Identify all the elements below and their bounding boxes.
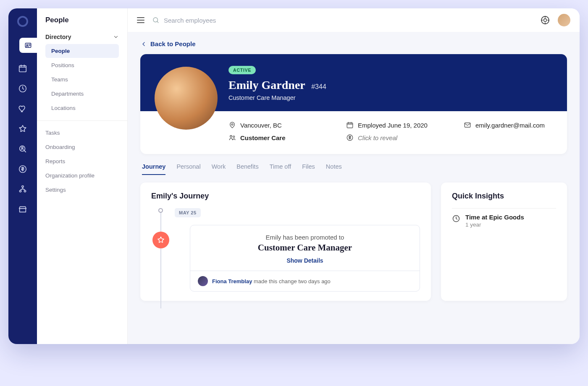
search-icon: [152, 16, 160, 24]
rail-calendar-icon[interactable]: [18, 64, 27, 73]
main-area: Back to People ACTIVE Emily Gardner #344…: [128, 8, 580, 344]
employee-role: Customer Care Manager: [228, 94, 553, 101]
promotion-line1: Emily has been promoted to: [200, 234, 410, 241]
insight-value: 1 year: [465, 222, 524, 228]
promotion-title: Customer Care Manager: [200, 243, 410, 253]
back-link[interactable]: Back to People: [140, 40, 567, 47]
insights-title: Quick Insights: [452, 192, 556, 201]
user-avatar[interactable]: [558, 14, 570, 26]
journey-title: Emily's Journey: [151, 192, 420, 201]
chevron-left-icon: [140, 41, 147, 47]
money-icon: [346, 134, 354, 141]
detail-email: emily.gardner@mail.com: [464, 121, 567, 129]
tab-timeoff[interactable]: Time off: [270, 163, 291, 175]
sidebar-item-org-profile[interactable]: Organization profile: [45, 169, 119, 183]
app-frame: People Directory People Positions Teams …: [8, 8, 580, 344]
svg-rect-14: [347, 123, 353, 128]
sidebar-item-positions[interactable]: Positions: [45, 58, 119, 72]
rail-orgchart-icon[interactable]: [18, 185, 27, 194]
tab-work[interactable]: Work: [212, 163, 226, 175]
topbar: [128, 8, 580, 32]
svg-rect-2: [19, 66, 26, 72]
show-details-link[interactable]: Show Details: [200, 257, 410, 264]
status-badge: ACTIVE: [228, 66, 256, 74]
sidebar-directory-header[interactable]: Directory: [45, 30, 119, 44]
svg-point-1: [26, 44, 28, 46]
svg-point-5: [21, 147, 23, 149]
sidebar-item-onboarding[interactable]: Onboarding: [45, 140, 119, 154]
svg-point-12: [544, 19, 547, 22]
sidebar-item-tasks[interactable]: Tasks: [45, 126, 119, 140]
svg-point-17: [233, 136, 235, 138]
changer-name: Fiona Tremblay: [212, 278, 252, 284]
chevron-down-icon: [113, 34, 119, 40]
timeline-footer: Fiona Tremblay made this change two days…: [190, 271, 420, 291]
detail-location: Vancouver, BC: [228, 121, 333, 129]
timeline: MAY 25 Emily has been promoted to Custom…: [151, 208, 420, 292]
sidebar-title: People: [37, 16, 127, 30]
detail-salary[interactable]: Click to reveal: [346, 134, 451, 141]
sidebar-directory-label: Directory: [45, 34, 71, 40]
sidebar-item-settings[interactable]: Settings: [45, 183, 119, 197]
employee-name: Emily Gardner: [228, 78, 305, 92]
timeline-card: Emily has been promoted to Customer Care…: [190, 225, 420, 292]
rail-heart-icon[interactable]: [18, 104, 27, 113]
sidebar-item-people[interactable]: People: [45, 44, 119, 58]
help-icon[interactable]: [540, 15, 550, 25]
employee-avatar: [155, 67, 218, 130]
sidebar: People Directory People Positions Teams …: [37, 8, 128, 344]
detail-employed: Employed June 19, 2020: [346, 121, 451, 129]
sidebar-item-teams[interactable]: Teams: [45, 73, 119, 86]
clock-icon: [452, 214, 460, 223]
tab-notes[interactable]: Notes: [326, 163, 342, 175]
svg-point-13: [231, 124, 233, 125]
rail-people-icon[interactable]: [19, 38, 37, 53]
rail-store-icon[interactable]: [18, 205, 27, 214]
nav-rail: [8, 8, 37, 344]
sidebar-item-locations[interactable]: Locations: [45, 101, 119, 115]
hamburger-icon[interactable]: [137, 17, 144, 23]
detail-department: Customer Care: [228, 134, 333, 141]
insight-tenure: Time at Epic Goods 1 year: [452, 208, 556, 233]
rail-clock-icon[interactable]: [18, 84, 27, 93]
calendar-icon: [346, 121, 354, 129]
changer-avatar: [198, 276, 208, 286]
back-label: Back to People: [150, 40, 196, 47]
profile-hero: ACTIVE Emily Gardner #344 Customer Care …: [140, 54, 567, 111]
timeline-dot: [158, 208, 163, 213]
change-meta: made this change two days ago: [252, 278, 330, 284]
employee-id: #344: [311, 83, 326, 90]
team-icon: [228, 134, 236, 141]
mail-icon: [464, 121, 471, 129]
rail-star-icon[interactable]: [18, 124, 27, 133]
insight-label: Time at Epic Goods: [465, 214, 524, 221]
tab-journey[interactable]: Journey: [142, 163, 165, 175]
timeline-star-icon: [152, 232, 169, 248]
location-icon: [228, 121, 236, 129]
app-logo: [17, 16, 28, 27]
sidebar-item-reports[interactable]: Reports: [45, 154, 119, 168]
profile-tabs: Journey Personal Work Benefits Time off …: [140, 154, 567, 175]
journey-panel: Emily's Journey MAY 25 Emily has been pr…: [140, 183, 431, 301]
insights-panel: Quick Insights Time at Epic Goods 1 year: [441, 183, 567, 301]
svg-point-16: [230, 136, 232, 138]
profile-card: ACTIVE Emily Gardner #344 Customer Care …: [140, 54, 567, 154]
tab-files[interactable]: Files: [302, 163, 315, 175]
tab-personal[interactable]: Personal: [176, 163, 200, 175]
rail-search-person-icon[interactable]: [18, 144, 27, 154]
timeline-date: MAY 25: [175, 208, 201, 217]
search-input[interactable]: [164, 17, 290, 24]
search-box: [152, 16, 533, 24]
rail-money-icon[interactable]: [18, 164, 27, 174]
tab-benefits[interactable]: Benefits: [236, 163, 258, 175]
sidebar-item-departments[interactable]: Departments: [45, 87, 119, 101]
